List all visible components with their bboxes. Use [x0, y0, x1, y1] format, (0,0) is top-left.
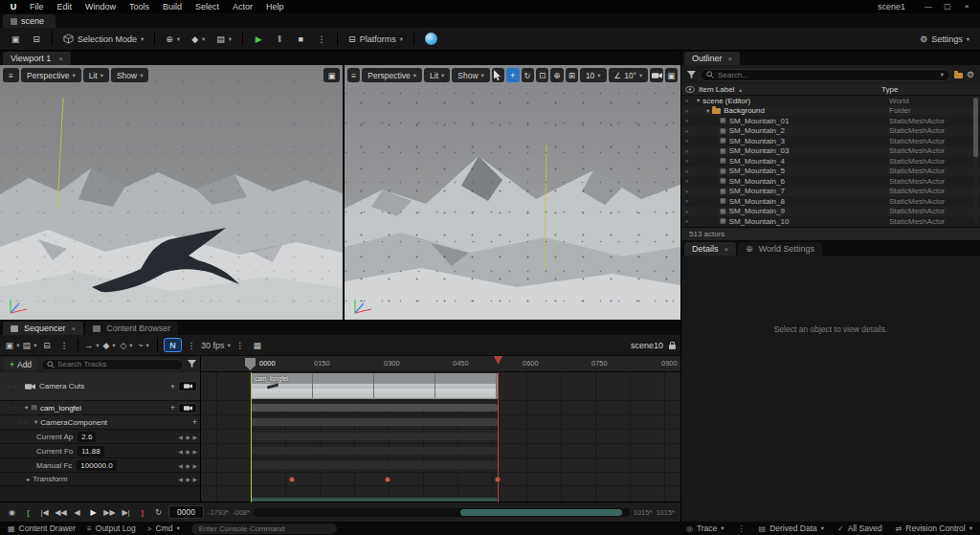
lane-focus[interactable] [201, 458, 680, 473]
mute-toggle[interactable]: ○ [24, 419, 28, 425]
track-camera-component[interactable]: ○○ ▾ CameraComponent + [0, 415, 200, 430]
property-value[interactable]: 11.88 [78, 446, 103, 457]
rotate-tool-button[interactable]: ↻ [522, 68, 534, 82]
visibility-icon[interactable]: ● [685, 189, 693, 194]
visibility-icon[interactable]: ● [685, 108, 693, 114]
maximize-viewport-button[interactable]: ▣ [665, 68, 678, 82]
next-key-icon[interactable]: ▶ [192, 434, 197, 440]
maximize-viewport-button[interactable]: ▣ [323, 68, 340, 82]
menu-build[interactable]: Build [156, 0, 189, 13]
expand-icon[interactable]: ▾ [25, 404, 28, 412]
view-options-button[interactable]: ⋮ [233, 338, 248, 353]
console-command-field[interactable] [191, 524, 337, 534]
track-filter-button[interactable] [188, 360, 196, 368]
outliner-row[interactable]: ● ▦ SM_Mountain_5 StaticMeshActor [681, 167, 980, 177]
timeline-ruler[interactable]: 0000 0150 0300 0450 0600 0750 0900 [201, 356, 680, 372]
seq-key-button[interactable]: ◆▾ [101, 338, 117, 353]
visibility-icon[interactable]: ● [685, 209, 693, 214]
range-end-marker[interactable] [494, 356, 502, 365]
visibility-icon[interactable]: ● [685, 218, 693, 224]
viewport-left[interactable]: ≡ Perspective ▾ Lit ▾ Show ▾ ▣ [0, 65, 343, 320]
select-tool-button[interactable] [492, 68, 504, 82]
menu-window[interactable]: Window [78, 0, 122, 13]
next-key-icon[interactable]: ▶ [192, 462, 197, 469]
show-dropdown[interactable]: Show ▾ [452, 68, 490, 82]
new-folder-button[interactable] [954, 72, 963, 78]
seq-curves-button[interactable]: ~▾ [136, 338, 151, 353]
visibility-icon[interactable]: ● [685, 98, 693, 103]
audio-button[interactable]: ◉ [6, 508, 18, 517]
filter-button[interactable] [687, 71, 696, 79]
track-search-input[interactable] [57, 360, 178, 368]
pause-button[interactable]: ‖ [270, 30, 289, 48]
add-key-icon[interactable]: ◆ [186, 448, 190, 455]
lane-focal[interactable] [201, 444, 680, 458]
window-maximize-icon[interactable]: ▢ [938, 0, 957, 13]
section-bar[interactable] [251, 404, 498, 412]
playhead-marker[interactable] [245, 358, 256, 370]
tab-outliner[interactable]: Outliner × [684, 52, 740, 65]
mute-toggle[interactable]: ○ [14, 405, 18, 411]
play-button[interactable]: ▶ [87, 508, 100, 517]
prev-key-icon[interactable]: ◀ [178, 462, 183, 469]
launch-button[interactable] [420, 30, 442, 48]
view-range-end[interactable]: 1015* [656, 508, 675, 517]
mute-toggle[interactable]: ○ [14, 384, 18, 390]
track-current-focal[interactable]: Current Fo 11.88 ◀◆▶ [0, 444, 200, 458]
outliner-row[interactable]: ● ▦ SM_Mountain_2 StaticMeshActor [681, 126, 980, 137]
outliner-row-folder[interactable]: ● ▾ Background Folder [681, 106, 980, 117]
tab-content-browser[interactable]: Content Browser [85, 322, 178, 335]
tab-details[interactable]: Details × [684, 242, 736, 256]
add-camera-cut-button[interactable]: + [170, 382, 175, 391]
seq-options-button[interactable]: ⋮ [56, 338, 72, 353]
outliner-row-world[interactable]: ● ▾ scene (Editor) World [681, 96, 980, 106]
add-key-icon[interactable]: ◆ [186, 434, 190, 440]
camera-speed-button[interactable] [650, 68, 662, 82]
lane-aperture[interactable] [201, 430, 680, 444]
grid-snap-icon[interactable]: ⊞ [566, 68, 578, 82]
menu-file[interactable]: File [23, 0, 51, 13]
timeline-scrollbar[interactable] [254, 508, 630, 517]
outliner-search[interactable]: ▾ [700, 69, 950, 81]
outliner-settings-button[interactable]: ⚙ [967, 70, 974, 79]
cinematics-button[interactable]: ▤▾ [212, 30, 236, 48]
to-front-button[interactable]: |◀ [38, 508, 51, 517]
perspective-dropdown[interactable]: Perspective ▾ [21, 68, 81, 82]
close-icon[interactable]: × [728, 55, 733, 63]
keyframe-dot[interactable] [386, 477, 390, 481]
to-end-button[interactable]: ▶| [120, 508, 132, 517]
content-drawer-button[interactable]: ▦ Content Drawer [8, 524, 76, 533]
tab-world-settings[interactable]: ⊕ World Settings [738, 242, 822, 256]
expand-icon[interactable]: ▾ [34, 418, 37, 426]
menu-help[interactable]: Help [259, 0, 291, 13]
lock-toggle[interactable]: ○ [8, 405, 11, 411]
outliner-row[interactable]: ● ▦ SM_Mountain_03 StaticMeshActor [681, 146, 980, 157]
output-log-button[interactable]: ≡ Output Log [87, 524, 136, 533]
camera-lock-button[interactable] [178, 403, 197, 413]
fps-dropdown[interactable]: 30 fps ▾ [201, 338, 231, 353]
visibility-icon[interactable]: ● [685, 158, 693, 164]
outliner-scrollbar[interactable] [973, 98, 978, 222]
menu-tools[interactable]: Tools [122, 0, 156, 13]
outliner-row[interactable]: ● ▦ SM_Mountain_8 StaticMeshActor [681, 196, 980, 207]
prev-key-button[interactable]: ◀◀ [55, 508, 67, 517]
add-key-icon[interactable]: ◆ [186, 476, 190, 482]
property-value[interactable]: 100000.0 [77, 460, 116, 471]
outliner-row[interactable]: ● ▦ SM_Mountain_9 StaticMeshActor [681, 207, 980, 217]
outliner-search-input[interactable] [718, 71, 937, 79]
loop-button[interactable]: ↻ [152, 508, 165, 517]
lock-toggle[interactable]: ○ [17, 419, 21, 425]
lane-transform[interactable] [201, 473, 680, 486]
selection-mode-dropdown[interactable]: Selection Mode ▾ [58, 30, 148, 48]
sequence-name[interactable]: scene10 [631, 341, 663, 350]
show-dropdown[interactable]: Show ▾ [111, 68, 149, 82]
set-end-button[interactable]: ] [136, 508, 148, 517]
add-actor-button[interactable]: ⊕▾ [161, 30, 185, 48]
blueprints-button[interactable]: ◆▾ [187, 30, 210, 48]
tab-viewport-1[interactable]: Viewport 1 × [3, 52, 71, 65]
section-bar[interactable] [251, 418, 498, 426]
trace-dropdown[interactable]: ◎ Trace ▾ [686, 524, 724, 533]
lock-icon[interactable] [669, 345, 676, 349]
next-key-button[interactable]: ▶▶ [103, 508, 116, 517]
outliner-row[interactable]: ● ▦ SM_Mountain_7 StaticMeshActor [681, 187, 980, 197]
